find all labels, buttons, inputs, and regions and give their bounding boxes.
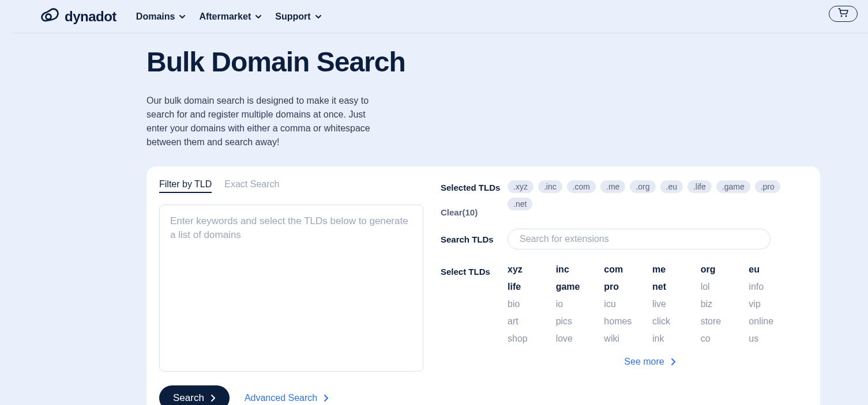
see-more-label: See more <box>624 357 664 367</box>
page-description: Our bulk domain search is designed to ma… <box>146 94 383 149</box>
select-tlds-label: Select TLDs <box>441 264 508 277</box>
keywords-input[interactable] <box>159 205 423 372</box>
tld-option[interactable]: homes <box>604 316 648 327</box>
search-button[interactable]: Search <box>159 385 230 405</box>
tab-exact-search[interactable]: Exact Search <box>224 179 279 193</box>
see-more-button[interactable]: See more <box>508 357 792 367</box>
search-tlds-row: Search TLDs <box>441 229 792 249</box>
tld-option[interactable]: us <box>749 334 792 344</box>
main-content: Bulk Domain Search Our bulk domain searc… <box>13 33 868 405</box>
action-row: Search Advanced Search <box>159 385 423 405</box>
search-button-label: Search <box>173 392 204 404</box>
card-right: Selected TLDs Clear(10) .xyz.inc.com.me.… <box>441 179 792 405</box>
main-nav: Domains Aftermarket Support <box>136 12 322 22</box>
tld-option[interactable]: eu <box>749 264 792 275</box>
svg-point-0 <box>46 14 51 19</box>
tld-option[interactable]: xyz <box>508 264 551 275</box>
selected-tld-pill[interactable]: .net <box>508 198 532 210</box>
tld-option[interactable]: bio <box>508 299 551 309</box>
svg-point-2 <box>846 16 847 17</box>
tld-option[interactable]: io <box>556 299 600 309</box>
tld-option[interactable]: store <box>701 316 745 327</box>
tld-option[interactable]: pro <box>604 282 648 292</box>
page-title: Bulk Domain Search <box>146 46 868 78</box>
clear-selected-link[interactable]: Clear(10) <box>441 207 508 217</box>
selected-tld-pill[interactable]: .eu <box>660 180 683 193</box>
tld-option[interactable]: love <box>556 334 600 344</box>
search-extensions-input[interactable] <box>508 229 771 249</box>
svg-point-1 <box>841 16 843 17</box>
cart-button[interactable] <box>829 6 858 22</box>
tld-option[interactable]: wiki <box>604 334 648 344</box>
tld-option[interactable]: co <box>701 334 745 344</box>
dynadot-logo-icon <box>40 8 60 25</box>
tld-option[interactable]: click <box>652 316 696 327</box>
select-tlds-row: Select TLDs xyzinccommeorgeulifegamepron… <box>441 264 792 344</box>
search-card: Filter by TLD Exact Search Search Advanc… <box>146 166 820 405</box>
selected-tld-pill[interactable]: .inc <box>538 180 562 193</box>
brand-logo[interactable]: dynadot <box>40 8 117 25</box>
nav-aftermarket-label: Aftermarket <box>199 12 251 22</box>
nav-domains-label: Domains <box>136 12 175 22</box>
selected-tld-pill[interactable]: .com <box>567 180 596 193</box>
tld-option[interactable]: org <box>701 264 745 275</box>
tld-option[interactable]: biz <box>701 299 745 309</box>
tld-option[interactable]: game <box>556 282 600 292</box>
search-mode-tabs: Filter by TLD Exact Search <box>159 179 423 193</box>
chevron-down-icon <box>314 13 322 21</box>
chevron-down-icon <box>178 13 186 21</box>
chevron-right-icon <box>210 394 216 402</box>
tld-option[interactable]: life <box>508 282 551 292</box>
chevron-right-icon <box>670 358 676 366</box>
advanced-search-label: Advanced Search <box>245 393 317 403</box>
tld-option[interactable]: online <box>749 316 792 327</box>
cart-icon <box>838 8 848 20</box>
tld-option[interactable]: icu <box>604 299 648 309</box>
tld-option[interactable]: me <box>652 264 696 275</box>
tld-option[interactable]: net <box>652 282 696 292</box>
chevron-down-icon <box>254 13 262 21</box>
tld-option[interactable]: info <box>749 282 792 292</box>
card-left: Filter by TLD Exact Search Search Advanc… <box>159 179 423 405</box>
selected-tlds-row: Selected TLDs Clear(10) .xyz.inc.com.me.… <box>441 180 792 217</box>
selected-tlds-label: Selected TLDs Clear(10) <box>441 180 508 217</box>
nav-domains[interactable]: Domains <box>136 12 187 22</box>
search-tlds-label: Search TLDs <box>441 234 508 244</box>
tld-option[interactable]: ink <box>652 334 696 344</box>
nav-aftermarket[interactable]: Aftermarket <box>199 12 262 22</box>
tab-filter-by-tld[interactable]: Filter by TLD <box>159 179 212 193</box>
tld-option[interactable]: pics <box>556 316 600 327</box>
tld-option[interactable]: shop <box>508 334 551 344</box>
selected-tld-pill[interactable]: .org <box>630 180 655 193</box>
selected-tld-pill[interactable]: .xyz <box>508 180 533 193</box>
header: dynadot Domains Aftermarket Support <box>13 0 868 33</box>
selected-tld-pill[interactable]: .me <box>600 180 625 193</box>
tld-option[interactable]: live <box>652 299 696 309</box>
brand-name: dynadot <box>65 9 117 25</box>
selected-tld-pill[interactable]: .life <box>687 180 712 193</box>
tld-option[interactable]: art <box>508 316 551 327</box>
chevron-right-icon <box>323 394 329 402</box>
tld-option[interactable]: vip <box>749 299 792 309</box>
selected-pill-list: .xyz.inc.com.me.org.eu.life.game.pro.net <box>508 180 792 210</box>
tld-option[interactable]: lol <box>701 282 745 292</box>
selected-tld-pill[interactable]: .pro <box>755 180 780 193</box>
selected-tld-pill[interactable]: .game <box>716 180 750 193</box>
tld-option[interactable]: inc <box>556 264 600 275</box>
advanced-search-link[interactable]: Advanced Search <box>245 393 329 403</box>
tld-option[interactable]: com <box>604 264 648 275</box>
nav-support-label: Support <box>275 12 310 22</box>
tld-grid: xyzinccommeorgeulifegamepronetlolinfobio… <box>508 264 792 344</box>
nav-support[interactable]: Support <box>275 12 322 22</box>
